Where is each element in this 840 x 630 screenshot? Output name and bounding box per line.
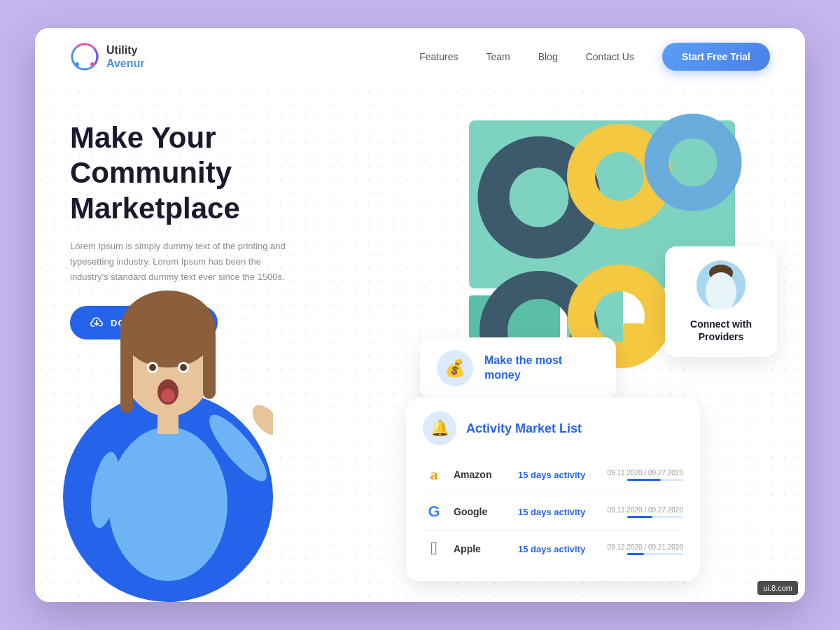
- money-text: Make the most money: [484, 354, 562, 383]
- hero-title: Make Your Community Marketplace: [70, 120, 364, 226]
- brand-name-apple: Apple: [454, 543, 510, 554]
- brand-name: Utility Avenur: [106, 43, 145, 70]
- svg-point-12: [247, 400, 273, 440]
- amazon-logo: a: [423, 463, 445, 486]
- provider-text: Connect with Providers: [682, 318, 760, 343]
- nav-team[interactable]: Team: [486, 51, 510, 62]
- svg-point-3: [90, 62, 94, 66]
- nav-features[interactable]: Features: [419, 51, 458, 62]
- svg-point-17: [180, 364, 187, 371]
- activity-dates-google: 09.11.2020 / 09.27.2020: [608, 506, 683, 518]
- logo: Utility Avenur: [70, 42, 145, 71]
- hero-person: [49, 224, 287, 602]
- date-bar: [627, 479, 683, 481]
- start-trial-button[interactable]: Start Free Trial: [662, 43, 770, 71]
- apple-logo: : [423, 538, 445, 560]
- google-logo: G: [423, 500, 445, 523]
- card-activity: 🔔 Activity Market List a Amazon 15 days …: [406, 398, 700, 581]
- activity-title: Activity Market List: [466, 421, 582, 436]
- person-svg: [63, 238, 273, 602]
- activity-dates-amazon: 09.11.2020 / 09.27.2020: [608, 469, 683, 481]
- activity-days-google: 15 days activity: [518, 507, 599, 517]
- table-row: G Google 15 days activity 09.11.2020 / 0…: [423, 493, 683, 531]
- money-icon: 💰: [437, 350, 473, 386]
- card-provider: Connect with Providers: [665, 246, 777, 357]
- hero-left: Make Your Community Marketplace Lorem Ip…: [70, 106, 364, 602]
- card-money: 💰 Make the most money: [420, 337, 616, 399]
- activity-days-apple: 15 days activity: [518, 544, 599, 554]
- activity-dates-apple: 09.12.2020 / 09.21.2020: [608, 543, 683, 555]
- activity-days-amazon: 15 days activity: [518, 470, 599, 480]
- nav-blog[interactable]: Blog: [538, 51, 558, 62]
- hero-section: Make Your Community Marketplace Lorem Ip…: [35, 85, 805, 602]
- date-bar: [627, 516, 683, 518]
- nav-links: Features Team Blog Contact Us Start Free…: [419, 43, 770, 71]
- brand-name-amazon: Amazon: [454, 469, 510, 480]
- svg-point-16: [149, 364, 156, 371]
- provider-avatar: [696, 260, 746, 309]
- navbar: Utility Avenur Features Team Blog Contac…: [35, 28, 805, 85]
- svg-point-4: [75, 62, 79, 66]
- svg-rect-8: [120, 329, 133, 413]
- table-row: a Amazon 15 days activity 09.11.2020 / 0…: [423, 456, 683, 493]
- svg-point-5: [108, 427, 227, 581]
- svg-point-7: [120, 290, 216, 368]
- watermark: ui.8.com: [757, 581, 798, 595]
- activity-header: 🔔 Activity Market List: [423, 412, 683, 445]
- svg-point-19: [161, 388, 175, 402]
- svg-rect-10: [158, 410, 178, 434]
- logo-icon: [70, 42, 99, 71]
- hero-right: 💰 Make the most money: [364, 106, 770, 602]
- table-row:  Apple 15 days activity 09.12.2020 / 09…: [423, 531, 683, 567]
- nav-contact[interactable]: Contact Us: [586, 51, 634, 62]
- person-image: [49, 224, 287, 602]
- svg-rect-9: [203, 329, 216, 399]
- activity-icon: 🔔: [423, 412, 456, 445]
- brand-name-google: Google: [454, 506, 510, 517]
- date-bar: [627, 553, 683, 555]
- provider-avatar-svg: [696, 260, 746, 309]
